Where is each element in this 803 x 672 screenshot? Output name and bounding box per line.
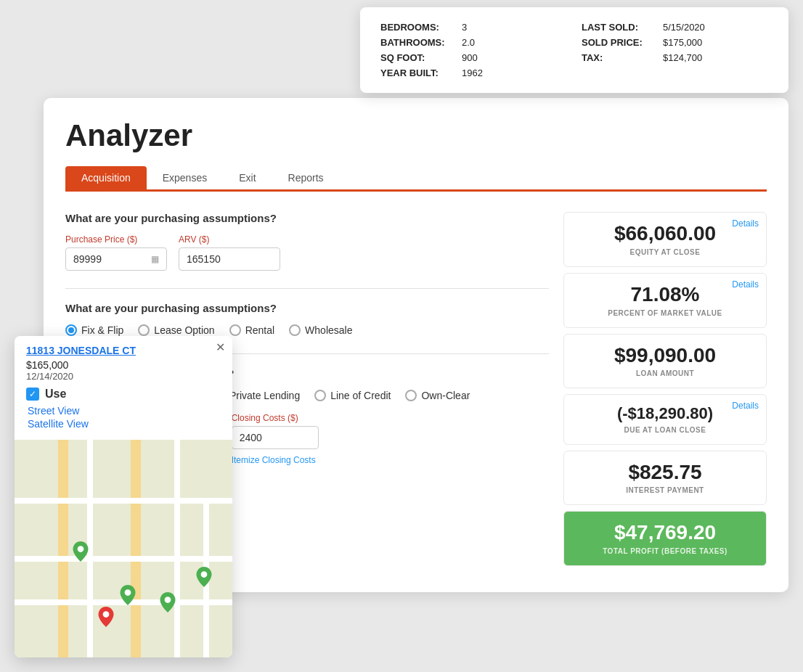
road-vertical-4 bbox=[174, 440, 180, 657]
svg-point-0 bbox=[125, 589, 131, 596]
property-bathrooms-row: BATHROOMS: 2.0 bbox=[380, 37, 567, 48]
property-tax-row: TAX: $124,700 bbox=[582, 52, 768, 63]
tab-acquisition[interactable]: Acquisition bbox=[65, 166, 147, 189]
tab-expenses[interactable]: Expenses bbox=[147, 166, 223, 189]
radio-line-of-credit[interactable]: Line of Credit bbox=[314, 390, 391, 401]
equity-details-link[interactable]: Details bbox=[732, 218, 759, 229]
arv-field[interactable]: 165150 bbox=[179, 247, 280, 271]
bathrooms-value: 2.0 bbox=[462, 37, 475, 48]
property-yearbuilt-row: YEAR BUILT: 1962 bbox=[380, 67, 567, 78]
radio-lease-option-circle bbox=[138, 324, 150, 336]
equity-at-close-card: Details $66,060.00 EQUITY AT CLOSE bbox=[563, 212, 767, 267]
arv-label: ARV ($) bbox=[179, 234, 280, 245]
tax-label: TAX: bbox=[582, 52, 654, 63]
map-popup-use-row: ✓ Use bbox=[26, 388, 221, 401]
radio-wholesale-circle bbox=[289, 324, 301, 336]
tab-exit[interactable]: Exit bbox=[223, 166, 272, 189]
purchasing-section-1: What are your purchasing assumptions? Pu… bbox=[65, 212, 549, 271]
yearbuilt-value: 1962 bbox=[462, 67, 483, 78]
total-profit-value: $47,769.20 bbox=[576, 522, 754, 544]
map-card: ✕ 11813 JONESDALE CT $165,000 12/14/2020… bbox=[15, 336, 232, 657]
bedrooms-value: 3 bbox=[462, 22, 467, 33]
map-popup-close-button[interactable]: ✕ bbox=[216, 342, 225, 353]
radio-lease-option[interactable]: Lease Option bbox=[138, 324, 214, 336]
interest-payment-card: $825.75 INTEREST PAYMENT bbox=[563, 451, 767, 506]
map-popup-links: Street View Satellite View bbox=[28, 405, 221, 430]
property-soldprice-row: SOLD PRICE: $175,000 bbox=[582, 37, 768, 48]
street-view-link[interactable]: Street View bbox=[28, 405, 221, 417]
sqfoot-label: SQ FOOT: bbox=[380, 52, 453, 63]
lastsold-value: 5/15/2020 bbox=[663, 22, 705, 33]
closing-costs-label: Closing Costs ($) bbox=[232, 413, 319, 423]
use-label: Use bbox=[45, 388, 66, 401]
bedrooms-label: BEDROOMS: bbox=[380, 22, 453, 33]
map-marker-1[interactable] bbox=[120, 585, 136, 605]
svg-point-2 bbox=[165, 597, 171, 603]
road-horizontal-1 bbox=[15, 498, 232, 504]
pmv-value: 71.08% bbox=[576, 284, 754, 306]
road-vertical-1 bbox=[58, 440, 68, 657]
radio-own-clear-circle bbox=[405, 390, 417, 401]
due-at-close-value: (-$18,290.80) bbox=[576, 405, 754, 422]
yearbuilt-label: YEAR BUILT: bbox=[380, 67, 453, 78]
satellite-view-link[interactable]: Satellite View bbox=[28, 418, 221, 430]
due-at-close-label: DUE AT LOAN CLOSE bbox=[576, 426, 754, 434]
radio-own-clear[interactable]: Own-Clear bbox=[405, 390, 470, 401]
total-profit-label: TOTAL PROFIT (BEFORE TAXES) bbox=[576, 547, 754, 555]
purchase-price-field[interactable]: 89999 ▦ bbox=[65, 247, 167, 271]
analyzer-title: Analyzer bbox=[65, 118, 767, 153]
svg-point-3 bbox=[201, 571, 208, 578]
radio-fix-flip[interactable]: Fix & Flip bbox=[65, 324, 123, 336]
due-at-close-card: Details (-$18,290.80) DUE AT LOAN CLOSE bbox=[563, 394, 767, 444]
arv-group: ARV ($) 165150 bbox=[179, 234, 280, 271]
map-background bbox=[15, 440, 232, 657]
total-profit-card: $47,769.20 TOTAL PROFIT (BEFORE TAXES) bbox=[563, 511, 767, 566]
map-marker-2[interactable] bbox=[73, 541, 89, 562]
tab-reports[interactable]: Reports bbox=[272, 166, 340, 189]
property-lastsold-row: LAST SOLD: 5/15/2020 bbox=[582, 22, 768, 33]
price-field-row: Purchase Price ($) 89999 ▦ ARV ($) 16515… bbox=[65, 234, 549, 271]
soldprice-value: $175,000 bbox=[663, 37, 702, 48]
use-checkbox[interactable]: ✓ bbox=[26, 388, 39, 401]
soldprice-label: SOLD PRICE: bbox=[582, 37, 654, 48]
interest-payment-value: $825.75 bbox=[576, 462, 754, 484]
purchasing-question-2: What are your purchasing assumptions? bbox=[65, 302, 549, 314]
radio-line-of-credit-circle bbox=[314, 390, 326, 401]
calculator-icon: ▦ bbox=[151, 254, 159, 264]
loan-amount-value: $99,090.00 bbox=[576, 345, 754, 367]
property-sqfoot-row: SQ FOOT: 900 bbox=[380, 52, 567, 63]
closing-costs-input[interactable] bbox=[232, 426, 319, 449]
percent-market-value-card: Details 71.08% PERCENT OF MARKET VALUE bbox=[563, 273, 767, 328]
map-marker-4[interactable] bbox=[196, 567, 212, 587]
bathrooms-label: BATHROOMS: bbox=[380, 37, 453, 48]
sqfoot-value: 900 bbox=[462, 52, 478, 63]
map-marker-3[interactable] bbox=[160, 592, 176, 612]
itemize-closing-costs-link[interactable]: Itemize Closing Costs bbox=[232, 455, 319, 465]
road-horizontal-2 bbox=[15, 556, 232, 562]
loan-amount-card: $99,090.00 LOAN AMOUNT bbox=[563, 334, 767, 389]
due-details-link[interactable]: Details bbox=[732, 401, 759, 411]
strategy-radio-group: Fix & Flip Lease Option Rental Wholesale bbox=[65, 324, 549, 336]
equity-label: EQUITY AT CLOSE bbox=[576, 248, 754, 256]
radio-wholesale[interactable]: Wholesale bbox=[289, 324, 352, 336]
lastsold-label: LAST SOLD: bbox=[582, 22, 654, 33]
equity-value: $66,060.00 bbox=[576, 223, 754, 245]
pmv-details-link[interactable]: Details bbox=[732, 279, 759, 290]
loan-amount-label-display: LOAN AMOUNT bbox=[576, 369, 754, 377]
radio-fix-flip-circle bbox=[65, 324, 77, 336]
map-popup-address[interactable]: 11813 JONESDALE CT bbox=[26, 345, 221, 356]
property-bedrooms-row: BEDROOMS: 3 bbox=[380, 22, 567, 33]
interest-payment-label: INTEREST PAYMENT bbox=[576, 486, 754, 494]
purchase-price-group: Purchase Price ($) 89999 ▦ bbox=[65, 234, 167, 271]
radio-rental[interactable]: Rental bbox=[229, 324, 274, 336]
property-info-card: BEDROOMS: 3 LAST SOLD: 5/15/2020 BATHROO… bbox=[360, 7, 788, 93]
svg-point-1 bbox=[78, 546, 84, 552]
map-popup-date: 12/14/2020 bbox=[26, 371, 221, 382]
divider-1 bbox=[65, 288, 549, 289]
map-marker-selected[interactable] bbox=[98, 607, 114, 627]
tax-value: $124,700 bbox=[663, 52, 702, 63]
pmv-label: PERCENT OF MARKET VALUE bbox=[576, 309, 754, 317]
purchasing-question-1: What are your purchasing assumptions? bbox=[65, 212, 549, 224]
map-popup: ✕ 11813 JONESDALE CT $165,000 12/14/2020… bbox=[15, 336, 232, 440]
purchase-price-label: Purchase Price ($) bbox=[65, 234, 167, 245]
